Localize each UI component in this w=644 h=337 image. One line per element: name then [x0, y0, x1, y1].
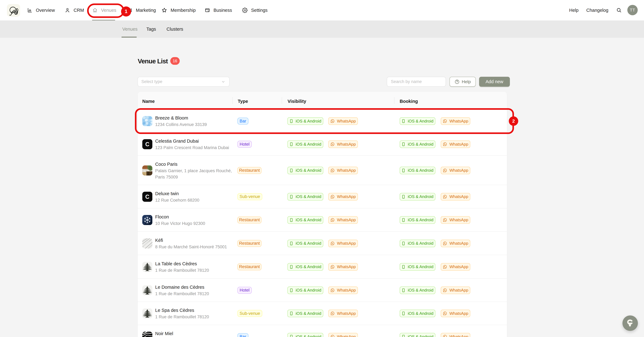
svg-text:C: C	[145, 194, 149, 200]
svg-text:C: C	[145, 141, 149, 148]
